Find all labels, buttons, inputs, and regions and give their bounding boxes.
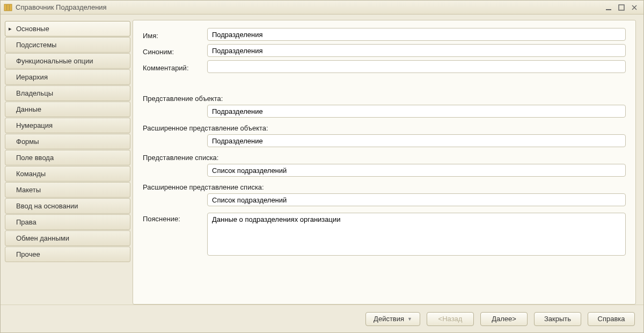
sidebar-item-label: Функциональные опции	[16, 57, 93, 65]
sidebar: Основные Подсистемы Функциональные опции…	[5, 20, 130, 305]
sidebar-item-label: Формы	[16, 137, 39, 146]
sidebar-tab-forms[interactable]: Формы	[5, 134, 130, 149]
list-repr-label: Представление списка:	[143, 154, 626, 162]
sidebar-tab-data-exchange[interactable]: Обмен данными	[5, 230, 130, 246]
next-label: Далее>	[492, 315, 516, 323]
chevron-down-icon: ▼	[407, 316, 412, 322]
sidebar-item-label: Владельцы	[16, 89, 53, 97]
sidebar-tab-functional-options[interactable]: Функциональные опции	[5, 53, 130, 69]
ext-list-repr-label: Расширенное представление списка:	[143, 183, 626, 191]
maximize-button[interactable]	[617, 3, 626, 12]
sidebar-tab-numbering[interactable]: Нумерация	[5, 118, 130, 133]
sidebar-tab-commands[interactable]: Команды	[5, 166, 130, 182]
svg-rect-2	[10, 4, 12, 11]
sidebar-item-label: Основные	[16, 25, 49, 33]
sidebar-tab-input-on-basis[interactable]: Ввод на основании	[5, 198, 130, 214]
body: Основные Подсистемы Функциональные опции…	[1, 15, 643, 305]
window-controls	[604, 3, 641, 12]
minimize-button[interactable]	[604, 3, 613, 12]
comment-label: Комментарий:	[143, 62, 207, 72]
titlebar: Справочник Подразделения	[1, 1, 643, 15]
actions-button[interactable]: Действия ▼	[365, 312, 420, 326]
help-label: Справка	[598, 315, 625, 323]
name-label: Имя:	[143, 30, 207, 40]
back-button[interactable]: <Назад	[427, 312, 474, 326]
next-button[interactable]: Далее>	[480, 312, 528, 326]
app-icon	[4, 3, 12, 12]
sidebar-item-label: Макеты	[16, 186, 41, 194]
sidebar-item-label: Команды	[16, 170, 46, 178]
sidebar-tab-data[interactable]: Данные	[5, 102, 130, 117]
help-button[interactable]: Справка	[588, 312, 635, 326]
comment-input[interactable]	[207, 60, 626, 73]
obj-repr-label: Представление объекта:	[143, 95, 626, 103]
sidebar-item-label: Данные	[16, 105, 41, 113]
sidebar-tab-main[interactable]: Основные	[5, 21, 130, 37]
ext-obj-repr-input[interactable]	[207, 134, 626, 147]
close-button[interactable]	[630, 3, 639, 12]
sidebar-item-label: Права	[16, 218, 36, 226]
sidebar-item-label: Обмен данными	[16, 234, 69, 242]
svg-rect-1	[7, 4, 9, 11]
dialog-window: Справочник Подразделения Основные Подсис…	[0, 0, 644, 333]
sidebar-item-label: Прочее	[16, 250, 40, 258]
back-label: <Назад	[438, 315, 463, 323]
synonym-label: Синоним:	[143, 46, 207, 56]
explanation-input[interactable]	[207, 213, 626, 256]
sidebar-tab-hierarchy[interactable]: Иерархия	[5, 69, 130, 85]
sidebar-tab-owners[interactable]: Владельцы	[5, 85, 130, 101]
name-input[interactable]	[207, 28, 626, 41]
sidebar-tab-templates[interactable]: Макеты	[5, 182, 130, 198]
sidebar-item-label: Подсистемы	[16, 41, 56, 49]
main-panel: Имя: Синоним: Комментарий: Представление…	[133, 20, 636, 305]
sidebar-tab-rights[interactable]: Права	[5, 214, 130, 230]
close-label: Закрыть	[544, 315, 571, 323]
sidebar-tab-subsystems[interactable]: Подсистемы	[5, 37, 130, 53]
explanation-label: Пояснение:	[143, 213, 207, 223]
synonym-input[interactable]	[207, 44, 626, 57]
footer: Действия ▼ <Назад Далее> Закрыть Справка	[1, 305, 643, 332]
svg-rect-4	[619, 5, 624, 10]
ext-list-repr-input[interactable]	[207, 193, 626, 206]
obj-repr-input[interactable]	[207, 105, 626, 118]
close-dialog-button[interactable]: Закрыть	[534, 312, 581, 326]
actions-label: Действия	[374, 315, 404, 323]
sidebar-item-label: Иерархия	[16, 73, 48, 81]
list-repr-input[interactable]	[207, 164, 626, 177]
sidebar-item-label: Ввод на основании	[16, 202, 78, 210]
sidebar-item-label: Нумерация	[16, 121, 53, 129]
sidebar-tab-other[interactable]: Прочее	[5, 247, 130, 262]
sidebar-tab-input-field[interactable]: Поле ввода	[5, 150, 130, 165]
svg-rect-0	[4, 4, 6, 11]
sidebar-item-label: Поле ввода	[16, 154, 54, 162]
window-title: Справочник Подразделения	[16, 3, 604, 11]
ext-obj-repr-label: Расширенное представление объекта:	[143, 124, 626, 132]
